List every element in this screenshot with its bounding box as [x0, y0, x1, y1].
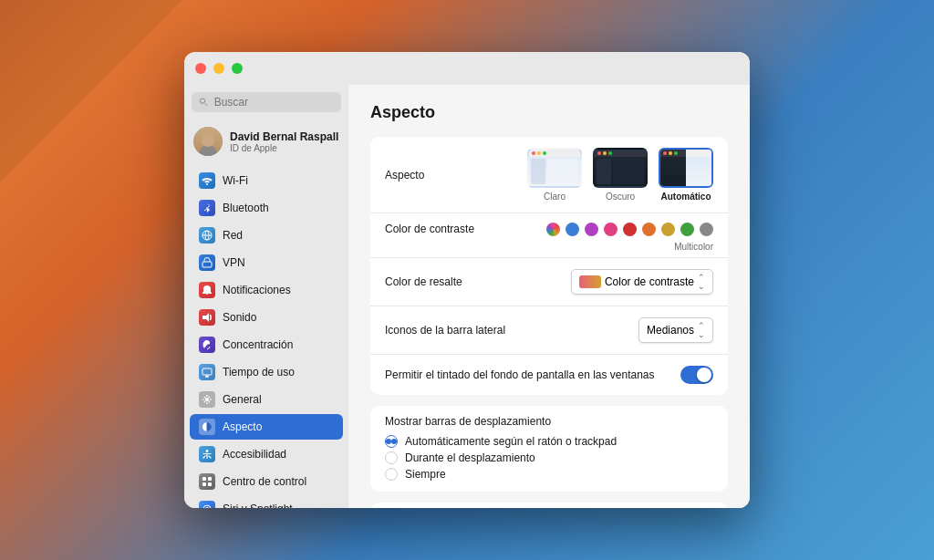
titlebar — [184, 52, 750, 85]
user-profile[interactable]: David Bernal Raspall ID de Apple — [184, 119, 348, 163]
sidebar-item-notificaciones-label: Notificaciones — [223, 284, 291, 296]
appearance-oscuro[interactable]: Oscuro — [593, 148, 648, 202]
resalte-label: Color de resalte — [385, 275, 571, 288]
color-pink[interactable] — [604, 223, 617, 236]
svg-point-12 — [206, 450, 209, 452]
avatar — [193, 127, 223, 156]
window-body: David Bernal Raspall ID de Apple Wi-Fi B… — [184, 85, 750, 508]
tintado-toggle[interactable] — [680, 366, 713, 384]
access-icon — [199, 446, 215, 462]
notif-icon — [199, 282, 215, 298]
svg-marker-6 — [202, 313, 209, 322]
color-purple[interactable] — [585, 223, 598, 236]
sidebar-item-control-label: Centro de control — [223, 475, 306, 488]
automatico-label: Automático — [661, 192, 711, 202]
sidebar-item-sonido[interactable]: Sonido — [190, 305, 343, 330]
appearance-options: Claro — [527, 148, 713, 202]
resalte-row: Color de resalte Color de contraste ⌃⌄ — [370, 258, 728, 306]
maximize-button[interactable] — [232, 63, 243, 74]
focus-icon — [199, 337, 215, 353]
barras-durante-option[interactable]: Durante el desplazamiento — [385, 450, 713, 466]
color-orange[interactable] — [642, 223, 656, 236]
claro-label: Claro — [544, 192, 566, 202]
svg-rect-5 — [202, 262, 212, 267]
sidebar-item-accesibilidad[interactable]: Accesibilidad — [190, 441, 343, 467]
iconos-dropdown[interactable]: Medianos ⌃⌄ — [638, 317, 713, 343]
sidebar-item-vpn-label: VPN — [223, 256, 245, 269]
color-green[interactable] — [680, 223, 694, 236]
barras-section: Mostrar barras de desplazamiento Automát… — [370, 406, 728, 492]
tintado-row: Permitir el tintado del fondo de pantall… — [370, 355, 728, 395]
sidebar-item-aspecto-label: Aspecto — [223, 420, 262, 433]
multicolor-label: Multicolor — [674, 242, 713, 252]
wifi-icon — [199, 172, 215, 189]
sound-icon — [199, 309, 215, 326]
user-info: David Bernal Raspall ID de Apple — [230, 130, 338, 153]
clic-section: Al hacer clic en la barra de desplazamie… — [370, 503, 728, 508]
color-blue[interactable] — [566, 223, 579, 236]
svg-rect-15 — [202, 482, 206, 486]
sidebar-item-siri-label: Siri y Spotlight — [223, 503, 293, 508]
page-title: Aspecto — [370, 103, 728, 122]
siri-icon — [199, 501, 215, 508]
sidebar-item-red[interactable]: Red — [190, 223, 343, 248]
screen-time-icon — [199, 364, 215, 380]
color-multicolor[interactable] — [546, 223, 560, 236]
barras-label: Mostrar barras de desplazamiento — [385, 415, 713, 428]
settings-window: David Bernal Raspall ID de Apple Wi-Fi B… — [184, 52, 750, 508]
sidebar-item-control[interactable]: Centro de control — [190, 469, 343, 494]
user-name: David Bernal Raspall — [230, 130, 338, 143]
aspecto-row: Aspecto — [370, 137, 728, 213]
sidebar-item-siri[interactable]: Siri y Spotlight — [190, 496, 343, 508]
general-icon — [199, 391, 215, 408]
sidebar-item-tiempo-label: Tiempo de uso — [223, 366, 295, 379]
sidebar-item-notificaciones[interactable]: Notificaciones — [190, 277, 343, 303]
appearance-icon — [199, 419, 215, 435]
chevron-down-icon: ⌃⌄ — [698, 273, 705, 291]
sidebar-item-vpn[interactable]: VPN — [190, 250, 343, 275]
barras-auto-radio[interactable] — [385, 435, 398, 448]
claro-thumbnail — [527, 148, 582, 188]
sidebar-item-concentracion[interactable]: Concentración — [190, 332, 343, 358]
svg-point-0 — [200, 99, 204, 103]
barras-durante-radio[interactable] — [385, 451, 398, 464]
main-content: Aspecto Aspecto — [348, 85, 750, 508]
minimize-button[interactable] — [213, 63, 224, 74]
sidebar-item-red-label: Red — [223, 229, 243, 242]
barras-siempre-label: Siempre — [405, 468, 446, 481]
iconos-value: Medianos — [647, 324, 694, 337]
network-icon — [199, 227, 215, 244]
sidebar-item-aspecto[interactable]: Aspecto — [190, 414, 343, 440]
color-circles — [546, 223, 713, 236]
search-input[interactable] — [214, 96, 334, 109]
oscuro-label: Oscuro — [606, 192, 635, 202]
color-red[interactable] — [623, 223, 637, 236]
color-yellow[interactable] — [661, 223, 675, 236]
appearance-automatico[interactable]: Automático — [659, 148, 713, 202]
svg-point-18 — [205, 507, 209, 508]
barras-siempre-option[interactable]: Siempre — [385, 466, 713, 482]
svg-rect-13 — [202, 477, 206, 481]
close-button[interactable] — [195, 63, 206, 74]
iconos-row: Iconos de la barra lateral Medianos ⌃⌄ — [370, 306, 728, 355]
sidebar-item-wifi[interactable]: Wi-Fi — [190, 168, 343, 193]
sidebar-item-general[interactable]: General — [190, 387, 343, 412]
control-center-icon — [199, 473, 215, 490]
resalte-gradient — [579, 275, 601, 288]
automatico-thumbnail — [659, 148, 713, 188]
sidebar-item-general-label: General — [223, 393, 262, 406]
barras-siempre-radio[interactable] — [385, 468, 398, 481]
sidebar-item-bluetooth-label: Bluetooth — [223, 202, 269, 214]
sidebar-item-tiempo[interactable]: Tiempo de uso — [190, 359, 343, 385]
color-graphite[interactable] — [700, 223, 713, 236]
resalte-dropdown[interactable]: Color de contraste ⌃⌄ — [571, 269, 713, 295]
svg-point-10 — [205, 398, 209, 401]
barras-auto-option[interactable]: Automáticamente según el ratón o trackpa… — [385, 433, 713, 450]
sidebar-item-bluetooth[interactable]: Bluetooth — [190, 195, 343, 221]
appearance-claro[interactable]: Claro — [527, 148, 582, 202]
barras-auto-label: Automáticamente según el ratón o trackpa… — [405, 435, 617, 448]
search-bar[interactable] — [192, 92, 341, 112]
iconos-label: Iconos de la barra lateral — [385, 324, 638, 337]
search-icon — [199, 97, 209, 108]
clic-group: Al hacer clic en la barra de desplazamie… — [370, 503, 728, 508]
